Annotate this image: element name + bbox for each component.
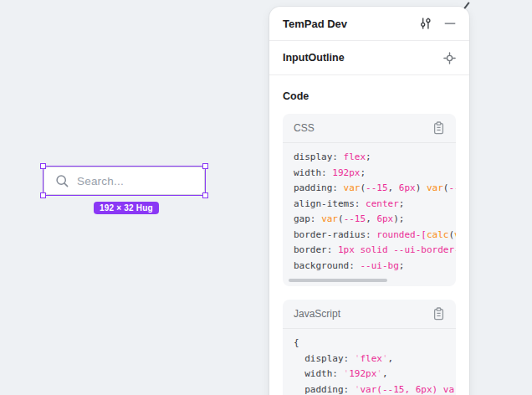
code-line: border: 1px solid --ui-border- <box>294 243 456 259</box>
tempad-dev-panel: TemPad Dev InputOutline <box>269 7 469 395</box>
code-line: width: 192px; <box>294 166 456 182</box>
component-name: InputOutline <box>283 52 345 64</box>
search-icon <box>55 174 69 188</box>
panel-header: TemPad Dev <box>269 7 469 41</box>
locate-icon[interactable] <box>443 52 456 64</box>
selected-component[interactable]: Search... <box>43 167 205 195</box>
code-block-label: CSS <box>294 122 315 134</box>
code-area[interactable]: { display: 'flex', width: '192px', paddi… <box>283 329 456 395</box>
code-line: width: '192px', <box>294 367 456 382</box>
code-block-label: JavaScript <box>294 308 340 320</box>
code-block-header: CSS <box>283 114 456 143</box>
code-line: background: --ui-bg; <box>294 259 456 274</box>
code-line: border-radius: rounded-[calc(v <box>294 228 456 244</box>
scrollbar-thumb[interactable] <box>289 279 387 282</box>
sliders-icon[interactable] <box>419 17 432 30</box>
code-block-css: CSSdisplay: flex;width: 192px;padding: v… <box>283 114 456 286</box>
code-line: gap: var(--15, 6px); <box>294 212 456 228</box>
size-badge: 192 × 32 Hug <box>94 202 159 214</box>
code-block-javascript: JavaScript{ display: 'flex', width: '192… <box>283 300 456 395</box>
code-section-label: Code <box>283 90 309 102</box>
horizontal-scrollbar[interactable] <box>288 279 451 282</box>
code-line: padding: 'var(--15, 6px) va <box>294 382 456 395</box>
code-area[interactable]: display: flex;width: 192px;padding: var(… <box>283 143 456 274</box>
code-block-header: JavaScript <box>283 300 456 329</box>
code-line: display: flex; <box>294 150 456 166</box>
minimize-icon[interactable] <box>444 18 456 29</box>
panel-title: TemPad Dev <box>283 18 347 30</box>
code-blocks: CSSdisplay: flex;width: 192px;padding: v… <box>269 114 469 395</box>
search-placeholder: Search... <box>77 175 124 187</box>
code-line: { <box>294 336 456 351</box>
search-input[interactable]: Search... <box>43 167 205 195</box>
copy-icon[interactable] <box>432 307 445 321</box>
code-section-header: Code <box>269 75 469 114</box>
code-line: align-items: center; <box>294 197 456 213</box>
copy-icon[interactable] <box>432 121 445 135</box>
code-line: padding: var(--15, 6px) var(-- <box>294 181 456 197</box>
component-row[interactable]: InputOutline <box>269 41 469 75</box>
code-line: display: 'flex', <box>294 351 456 367</box>
